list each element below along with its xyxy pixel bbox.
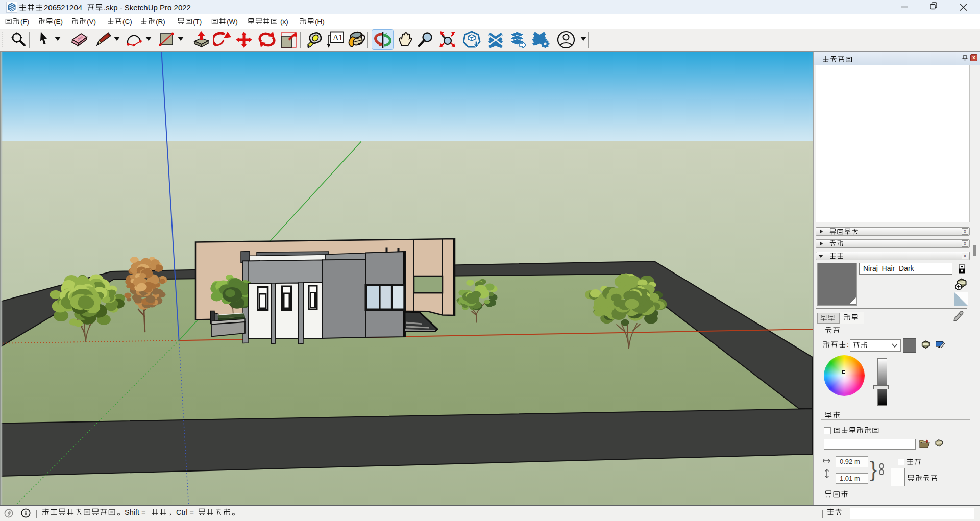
svg-text:A1: A1 (333, 33, 343, 42)
